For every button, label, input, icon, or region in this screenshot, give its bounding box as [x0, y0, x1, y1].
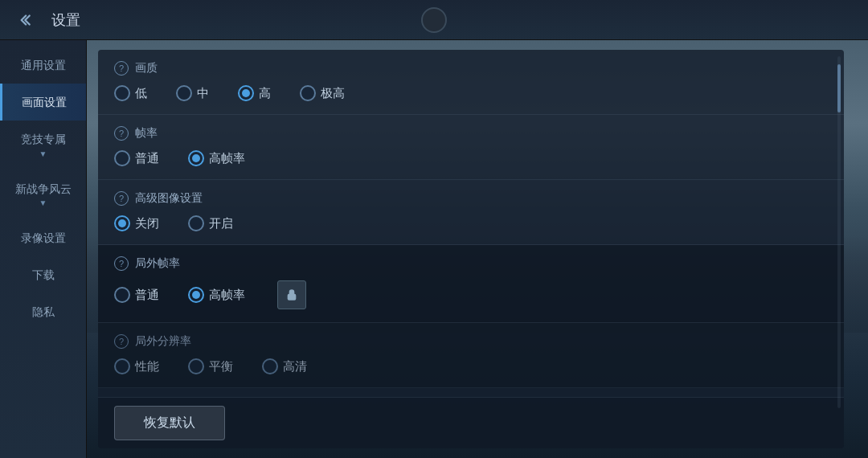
radio-circle-on: [188, 215, 204, 231]
radio-quality-ultra[interactable]: 极高: [300, 85, 345, 101]
radio-quality-high[interactable]: 高: [238, 85, 271, 101]
section-advanced-image: ? 高级图像设置 关闭 开启: [98, 180, 844, 245]
radio-group-out-res: 性能 平衡 高清: [114, 358, 828, 374]
section-out-framerate: ? 局外帧率 普通 高帧率: [98, 245, 844, 323]
chevron-down-icon: ▼: [6, 198, 80, 208]
radio-advanced-on[interactable]: 开启: [188, 215, 233, 231]
scrollbar-thumb: [837, 64, 841, 112]
back-button[interactable]: [13, 6, 42, 35]
radio-circle-ultra: [300, 85, 316, 101]
radio-circle-hd: [262, 358, 278, 374]
help-icon-out-res[interactable]: ?: [114, 334, 129, 349]
content-area: ? 画质 低 中 高: [87, 40, 868, 458]
scrollbar-track: [837, 56, 841, 408]
help-icon-quality[interactable]: ?: [114, 61, 129, 76]
radio-group-framerate: 普通 高帧率: [114, 150, 828, 166]
sidebar-item-competitive[interactable]: 竞技专属 ▼: [0, 121, 86, 170]
radio-circle-out-high: [188, 287, 204, 303]
section-out-res-title: 局外分辨率: [135, 334, 191, 349]
restore-default-button[interactable]: 恢复默认: [114, 406, 225, 440]
sidebar-item-privacy[interactable]: 隐私: [0, 293, 86, 330]
sidebar-item-recording[interactable]: 录像设置: [0, 219, 86, 256]
radio-circle-low: [114, 85, 130, 101]
radio-circle-normal: [114, 150, 130, 166]
section-quality-title: 画质: [135, 61, 158, 76]
radio-circle-highfps: [188, 150, 204, 166]
radio-circle-high: [238, 85, 254, 101]
radio-circle-perf: [114, 358, 130, 374]
section-advanced-title: 高级图像设置: [135, 191, 203, 206]
chevron-down-icon: ▼: [6, 149, 80, 159]
sidebar-item-general[interactable]: 通用设置: [0, 47, 86, 84]
help-icon-advanced[interactable]: ?: [114, 191, 129, 206]
radio-circle-off: [114, 215, 130, 231]
top-bar: 设置: [0, 0, 868, 40]
radio-quality-low[interactable]: 低: [114, 85, 147, 101]
radio-group-advanced: 关闭 开启: [114, 215, 828, 231]
main-layout: 通用设置 画面设置 竞技专属 ▼ 新战争风云 ▼ 录像设置 下载 隐私: [0, 40, 868, 458]
help-icon-framerate[interactable]: ?: [114, 126, 129, 141]
radio-out-res-balance[interactable]: 平衡: [188, 358, 233, 374]
page-title: 设置: [51, 10, 80, 30]
radio-framerate-high[interactable]: 高帧率: [188, 150, 245, 166]
help-icon-out-fps[interactable]: ?: [114, 256, 129, 271]
radio-out-res-perf[interactable]: 性能: [114, 358, 159, 374]
radio-out-fps-high[interactable]: 高帧率: [188, 287, 245, 303]
section-out-fps-title: 局外帧率: [135, 256, 180, 271]
sidebar-item-newbattle[interactable]: 新战争风云 ▼: [0, 170, 86, 219]
radio-circle-balance: [188, 358, 204, 374]
radio-framerate-normal[interactable]: 普通: [114, 150, 159, 166]
radio-quality-mid[interactable]: 中: [176, 85, 209, 101]
settings-panel: ? 画质 低 中 高: [98, 50, 844, 448]
radio-circle-out-normal: [114, 287, 130, 303]
sidebar: 通用设置 画面设置 竞技专属 ▼ 新战争风云 ▼ 录像设置 下载 隐私: [0, 40, 87, 458]
sidebar-item-download[interactable]: 下载: [0, 256, 86, 293]
section-framerate: ? 帧率 普通 高帧率: [98, 115, 844, 180]
camera-indicator: [421, 7, 447, 33]
section-out-resolution: ? 局外分辨率 性能 平衡: [98, 323, 844, 388]
settings-scroll[interactable]: ? 画质 低 中 高: [98, 50, 844, 397]
radio-circle-mid: [176, 85, 192, 101]
bottom-bar: 恢复默认: [98, 397, 844, 448]
radio-advanced-off[interactable]: 关闭: [114, 215, 159, 231]
radio-out-res-hd[interactable]: 高清: [262, 358, 307, 374]
section-framerate-title: 帧率: [135, 126, 158, 141]
radio-group-quality: 低 中 高 极高: [114, 85, 828, 101]
sidebar-item-display[interactable]: 画面设置: [0, 84, 86, 121]
radio-group-out-fps: 普通 高帧率: [114, 280, 828, 309]
radio-out-fps-normal[interactable]: 普通: [114, 287, 159, 303]
section-quality: ? 画质 低 中 高: [98, 50, 844, 115]
lock-button[interactable]: [277, 280, 306, 309]
